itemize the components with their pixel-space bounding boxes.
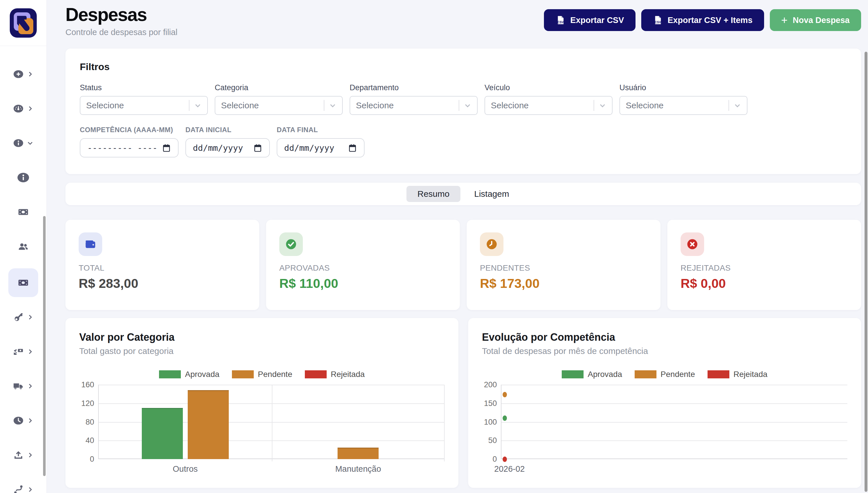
chart-legend: Aprovada Pendente Rejeitada <box>482 370 847 379</box>
key-icon <box>13 312 24 323</box>
status-select[interactable]: Selecione <box>80 96 208 115</box>
legend-item[interactable]: Rejeitada <box>708 370 767 379</box>
calendar-icon[interactable] <box>253 143 262 153</box>
filter-usuario-label: Usuário <box>619 83 748 92</box>
bar-plot-area <box>98 385 444 459</box>
sidebar-item-info[interactable] <box>7 165 39 190</box>
usuario-select-value: Selecione <box>626 101 664 110</box>
legend-item[interactable]: Pendente <box>635 370 695 379</box>
filters-title: Filtros <box>80 61 847 72</box>
new-expense-label: Nova Despesa <box>793 16 850 25</box>
stat-card-rejeitadas: REJEITADAS R$ 0,00 <box>667 220 861 310</box>
data-point-rejeitada <box>503 456 507 462</box>
chevron-right-icon <box>27 348 33 355</box>
categoria-select[interactable]: Selecione <box>215 96 343 115</box>
y-tick: 80 <box>86 417 94 426</box>
app-logo[interactable] <box>10 8 37 38</box>
calendar-icon[interactable] <box>162 143 171 153</box>
bar-chart: 160 120 80 40 0 <box>79 385 444 459</box>
sidebar-nav <box>0 46 46 493</box>
new-expense-button[interactable]: + Nova Despesa <box>770 9 861 31</box>
sidebar-item-circle-plus[interactable] <box>7 62 39 87</box>
filter-categoria-label: Categoria <box>215 83 343 92</box>
upload-icon <box>13 450 24 460</box>
sidebar-item-users[interactable] <box>7 234 39 259</box>
competencia-input[interactable]: --------- ---- <box>80 138 179 157</box>
stat-card-aprovadas: APROVADAS R$ 110,00 <box>266 220 460 310</box>
stat-value: R$ 283,00 <box>79 276 246 291</box>
stat-label: APROVADAS <box>279 263 447 273</box>
calendar-icon[interactable] <box>348 143 357 153</box>
export-csv-button[interactable]: CSV Exportar CSV <box>544 9 636 31</box>
y-tick: 160 <box>81 380 94 389</box>
data-inicial-input[interactable]: dd/mm/yyyy <box>185 138 270 157</box>
sidebar-item-expenses-active[interactable] <box>8 268 38 297</box>
y-tick: 50 <box>488 436 497 445</box>
stat-label: TOTAL <box>79 263 246 273</box>
x-label-outros: Outros <box>99 464 272 474</box>
chevron-down-icon <box>733 101 742 110</box>
chart-subtitle: Total gasto por categoria <box>79 346 444 356</box>
y-tick: 120 <box>81 399 94 408</box>
select-divider <box>729 100 729 111</box>
circle-plus-icon <box>13 69 24 80</box>
legend-item[interactable]: Pendente <box>232 370 292 379</box>
tab-resumo[interactable]: Resumo <box>407 186 460 202</box>
clock-icon <box>480 232 503 256</box>
usuario-select[interactable]: Selecione <box>619 96 748 115</box>
filter-departamento-label: Departamento <box>350 83 478 92</box>
legend-label: Aprovada <box>185 370 219 379</box>
competencia-label: COMPETÊNCIA (AAAA-MM) <box>80 126 179 134</box>
legend-item[interactable]: Aprovada <box>159 370 219 379</box>
sidebar-item-info-group[interactable] <box>7 130 39 156</box>
tab-resumo-label: Resumo <box>417 189 450 199</box>
stat-card-total: TOTAL R$ 283,00 <box>65 220 259 310</box>
sidebar-scrollbar[interactable] <box>43 216 46 476</box>
file-csv-icon: CSV <box>653 15 662 25</box>
sidebar-item-upload[interactable] <box>7 443 39 468</box>
legend-label: Rejeitada <box>733 370 767 379</box>
legend-item[interactable]: Rejeitada <box>305 370 365 379</box>
y-axis-ticks: 160 120 80 40 0 <box>79 385 98 459</box>
sidebar-item-route[interactable] <box>7 477 39 493</box>
scatter-plot-area <box>501 385 847 459</box>
chevron-right-icon <box>27 417 33 424</box>
competencia-value: --------- ---- <box>87 143 157 153</box>
veiculo-select[interactable]: Selecione <box>484 96 613 115</box>
y-tick: 40 <box>86 436 94 445</box>
y-tick: 0 <box>90 455 94 464</box>
bar-group-manutencao <box>272 385 445 459</box>
y-tick: 150 <box>484 399 497 408</box>
legend-label: Pendente <box>258 370 292 379</box>
sidebar-item-gauge[interactable] <box>7 96 39 121</box>
sidebar-item-banknote[interactable] <box>7 199 39 225</box>
departamento-select[interactable]: Selecione <box>350 96 478 115</box>
view-tabbar: Resumo Listagem <box>65 183 861 205</box>
sidebar-item-truck[interactable] <box>7 373 39 399</box>
evolution-chart-card: Evolução por Competência Total de despes… <box>468 318 861 488</box>
legend-label: Aprovada <box>588 370 622 379</box>
filters-date-row: COMPETÊNCIA (AAAA-MM) --------- ---- DAT… <box>80 126 847 157</box>
charts-row: Valor por Categoria Total gasto por cate… <box>65 318 861 488</box>
filter-status-label: Status <box>80 83 208 92</box>
x-label-manutencao: Manutenção <box>272 464 445 474</box>
page-scrollbar[interactable] <box>865 52 867 492</box>
x-axis-labels: Outros Manutenção <box>99 464 444 474</box>
sidebar-item-clock[interactable] <box>7 408 39 433</box>
data-final-input[interactable]: dd/mm/yyyy <box>277 138 365 157</box>
svg-text:CSV: CSV <box>557 20 564 24</box>
departamento-select-value: Selecione <box>356 101 394 110</box>
filter-data-inicial: DATA INICIAL dd/mm/yyyy <box>185 126 270 157</box>
page-subtitle: Controle de despesas por filial <box>65 27 177 37</box>
sidebar-item-key[interactable] <box>7 304 39 330</box>
circle-info-icon <box>13 137 24 149</box>
status-select-value: Selecione <box>86 101 124 110</box>
sidebar-item-money-send[interactable] <box>7 339 39 364</box>
chevron-right-icon <box>27 314 33 321</box>
export-csv-items-button[interactable]: CSV Exportar CSV + Items <box>641 9 764 31</box>
bar-aprovada-outros <box>142 408 183 459</box>
tab-listagem[interactable]: Listagem <box>463 186 520 202</box>
tab-listagem-label: Listagem <box>474 189 509 199</box>
data-inicial-label: DATA INICIAL <box>185 126 270 134</box>
legend-item[interactable]: Aprovada <box>562 370 622 379</box>
